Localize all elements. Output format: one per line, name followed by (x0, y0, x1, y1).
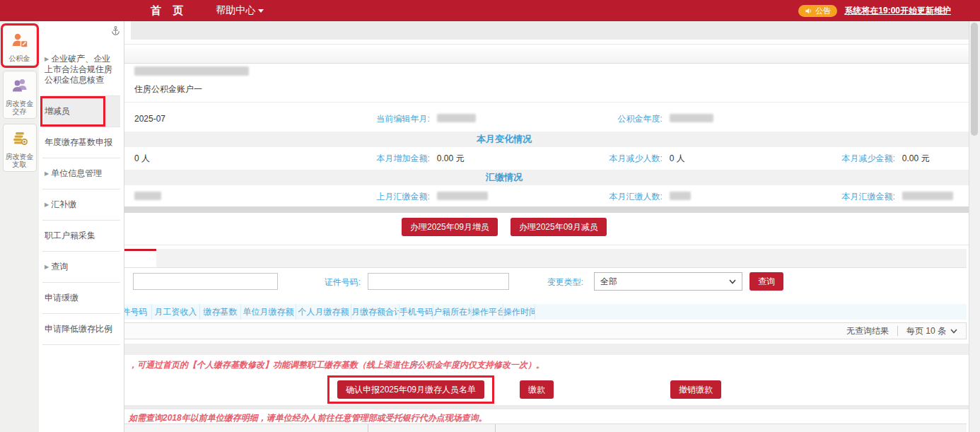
nav-help-label: 帮助中心 (216, 4, 255, 17)
column-header: 操作平台 (472, 304, 503, 320)
gray-band (39, 344, 969, 355)
add-count-value: 0 人 (134, 153, 150, 165)
name-input[interactable] (133, 273, 278, 290)
sidebar-item-label: 公积金 (4, 54, 36, 62)
menu-item-label: 年度缴存基数申报 (45, 137, 112, 147)
this-month-count-label: 本月汇缴人数: (504, 191, 663, 203)
fund-year-label: 公积金年度: (504, 113, 663, 125)
confirm-declare-button[interactable]: 确认申报2025年09月缴存人员名单 (337, 380, 484, 399)
menu-item-niandu-jiaocun-jishu-shenbao[interactable]: 年度缴存基数申报 (42, 127, 120, 158)
menu-item-qiye-hecha[interactable]: ▶企业破产、企业上市合法合规住房公积金信息核查 (42, 44, 120, 96)
collapsed-panel-band (39, 44, 969, 64)
page-size-value: 每页 10 条 (906, 325, 946, 337)
change-type-select[interactable]: 全部 (594, 272, 742, 291)
thick-divider (39, 206, 969, 213)
divider (897, 326, 898, 336)
sidebar-item-fanggaizijin-jiaocun[interactable]: 房改资金交存 (3, 71, 37, 119)
cell-divider (495, 424, 496, 432)
pagination-bar: 无查询结果 每页 10 条 (39, 322, 967, 339)
menu-item-shenqing-huanjiao[interactable]: 申请缓缴 (42, 283, 120, 314)
column-header: 缴存基数 (200, 304, 241, 320)
triangle-right-icon: ▶ (45, 264, 49, 270)
last-month-amount-label: 上月汇缴金额: (272, 191, 430, 203)
people-icon (4, 76, 36, 98)
change-type-value: 全部 (600, 276, 617, 288)
add-member-button[interactable]: 办理2025年09月增员 (402, 218, 498, 236)
nav-help-center[interactable]: 帮助中心 (216, 4, 264, 17)
monthly-change-section-title: 本月变化情况 (39, 132, 969, 147)
column-header: 操作时间 (503, 304, 535, 320)
module-sidebar: 公积金房改资金交存房改资金支取 (0, 21, 39, 432)
speaker-icon (805, 7, 812, 15)
menu-item-label: 单位信息管理 (51, 168, 102, 178)
menu-item-label: 申请缓缴 (45, 293, 78, 303)
vertical-scrollbar[interactable] (969, 21, 980, 432)
triangle-right-icon: ▶ (45, 56, 49, 62)
add-amount-value: 0.00 元 (437, 153, 465, 165)
sidebar-item-fanggaizijin-zhiqu[interactable]: 房改资金支取 (3, 124, 37, 172)
cell-divider (368, 424, 368, 432)
bottom-table-row (39, 424, 967, 432)
reduce-amount-value: 0.00 元 (902, 153, 930, 165)
announcement-badge: 公告 (798, 5, 837, 17)
menu-item-label: 职工户籍采集 (45, 230, 95, 240)
triangle-right-icon: ▶ (45, 202, 49, 208)
id-number-label: 证件号码: (308, 276, 361, 288)
sidebar-item-label: 房改资金支取 (4, 153, 36, 168)
column-header: 户籍所在地 (433, 304, 472, 320)
cancel-pay-button[interactable]: 撤销缴款 (670, 380, 721, 399)
reduce-member-button[interactable]: 办理2025年09月减员 (511, 218, 607, 236)
monthly-actions-row: 办理2025年09月增员 办理2025年09月减员 (39, 218, 969, 236)
edit-month-label: 当前编辑年月: (272, 113, 430, 125)
page-size-select[interactable]: 每页 10 条 (906, 325, 957, 337)
history-query-note: 如需查询2018年以前单位缴存明细，请单位经办人前往任意管理部或受托银行代办点现… (129, 412, 487, 424)
redacted-company-name (134, 66, 249, 76)
chevron-down-icon (729, 279, 736, 284)
divider-band (39, 405, 969, 409)
menu-item-zengjianyuan[interactable]: 增减员 (42, 96, 120, 127)
chevron-down-icon (258, 9, 264, 13)
menu-item-huibujiao[interactable]: ▶汇补缴 (42, 189, 120, 221)
remittance-row: 上月汇缴金额: 本月汇缴人数: 本月汇缴金额: (39, 188, 969, 205)
account-info-row: 2025-07 当前编辑年月: 公积金年度: (39, 110, 969, 127)
column-header: 月缴存额合计 (351, 304, 399, 320)
nav-home[interactable]: 首 页 (151, 4, 187, 18)
maintenance-notice-link[interactable]: 系统将在19:00开始更新维护 (844, 5, 951, 17)
redacted-last-month-amount (437, 192, 488, 200)
id-number-input[interactable] (368, 273, 509, 290)
redacted-this-month-count (670, 192, 691, 200)
function-menu-panel: ▶企业破产、企业上市合法合规住房公积金信息核查增减员年度缴存基数申报▶单位信息管… (39, 21, 124, 432)
menu-item-danwei-xinxi-guanli[interactable]: ▶单位信息管理 (42, 158, 120, 189)
redacted-this-month-amount (902, 192, 953, 200)
pay-button[interactable]: 缴款 (520, 380, 554, 399)
content-top-bar (131, 21, 969, 40)
person-edit-icon (4, 31, 36, 52)
reduce-amount-label: 本月减少金额: (737, 153, 895, 165)
menu-item-label: 汇补缴 (51, 199, 76, 209)
menu-item-shenqing-jiangdi-jiaocun-bili[interactable]: 申请降低缴存比例 (42, 314, 120, 345)
column-header: 单位月缴存额 (241, 304, 296, 320)
divider-line (39, 102, 969, 103)
scrollbar-thumb[interactable] (971, 23, 978, 136)
menu-item-label: 查询 (51, 262, 68, 272)
current-month-value: 2025-07 (134, 114, 165, 124)
menu-item-chaxun[interactable]: ▶查询 (42, 252, 120, 283)
this-month-amount-label: 本月汇缴金额: (737, 191, 895, 203)
redacted-fund-year (670, 114, 713, 122)
reduce-count-label: 本月减少人数: (504, 153, 663, 165)
announcement-badge-label: 公告 (815, 6, 831, 16)
remittance-section-title: 汇缴情况 (39, 170, 969, 185)
menu-item-label: 增减员 (45, 106, 70, 116)
triangle-right-icon: ▶ (45, 170, 49, 177)
sidebar-item-gongjijin[interactable]: 公积金 (3, 25, 37, 66)
divider-line (39, 245, 969, 245)
add-amount-label: 本月增加金额: (272, 153, 430, 165)
anchor-icon[interactable] (110, 25, 121, 36)
main-content: 住房公积金账户一 2025-07 当前编辑年月: 公积金年度: 本月变化情况 0… (39, 21, 969, 432)
redacted-edit-month (437, 114, 476, 122)
column-header: 个人月缴存额 (296, 304, 351, 320)
reduce-count-value: 0 人 (670, 153, 685, 165)
menu-item-zhigong-huji-caiji[interactable]: 职工户籍采集 (42, 221, 120, 252)
chevron-down-icon (950, 329, 957, 334)
query-button[interactable]: 查询 (749, 272, 783, 291)
